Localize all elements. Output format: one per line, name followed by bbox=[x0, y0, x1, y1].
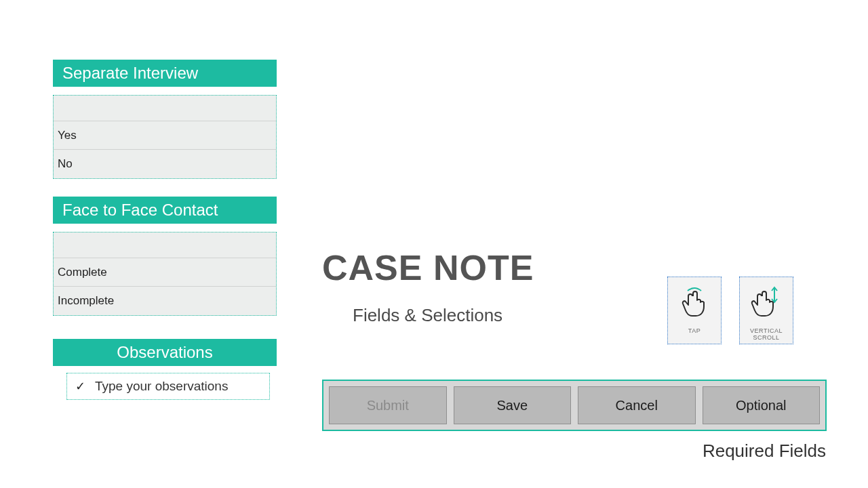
separate-interview-options: Yes No bbox=[53, 95, 277, 179]
separate-interview-header: Separate Interview bbox=[53, 60, 277, 87]
option-blank[interactable] bbox=[54, 96, 276, 121]
observations-header: Observations bbox=[53, 339, 277, 366]
vertical-scroll-icon bbox=[750, 284, 783, 325]
page-title: CASE NOTE bbox=[322, 247, 534, 288]
option-blank[interactable] bbox=[54, 232, 276, 258]
scroll-caption: VERTICAL SCROLL bbox=[740, 327, 793, 341]
observations-input[interactable]: ✓ Type your observations bbox=[66, 373, 270, 400]
option-yes[interactable]: Yes bbox=[54, 121, 276, 150]
button-bar: Submit Save Cancel Optional bbox=[322, 380, 827, 431]
cancel-button[interactable]: Cancel bbox=[578, 386, 696, 424]
check-icon: ✓ bbox=[75, 379, 85, 394]
option-complete[interactable]: Complete bbox=[54, 258, 276, 287]
tap-gesture-tile: TAP bbox=[667, 277, 722, 344]
option-incomplete[interactable]: Incomplete bbox=[54, 287, 276, 315]
face-to-face-header: Face to Face Contact bbox=[53, 197, 277, 224]
required-fields-label: Required Fields bbox=[703, 441, 826, 462]
tap-caption: TAP bbox=[668, 327, 721, 334]
submit-button[interactable]: Submit bbox=[329, 386, 447, 424]
face-to-face-options: Complete Incomplete bbox=[53, 232, 277, 316]
save-button[interactable]: Save bbox=[454, 386, 572, 424]
tap-icon bbox=[678, 284, 711, 325]
page-subtitle: Fields & Selections bbox=[353, 305, 502, 326]
option-no[interactable]: No bbox=[54, 150, 276, 178]
optional-button[interactable]: Optional bbox=[703, 386, 821, 424]
scroll-gesture-tile: VERTICAL SCROLL bbox=[739, 277, 793, 344]
observations-placeholder: Type your observations bbox=[95, 379, 228, 394]
